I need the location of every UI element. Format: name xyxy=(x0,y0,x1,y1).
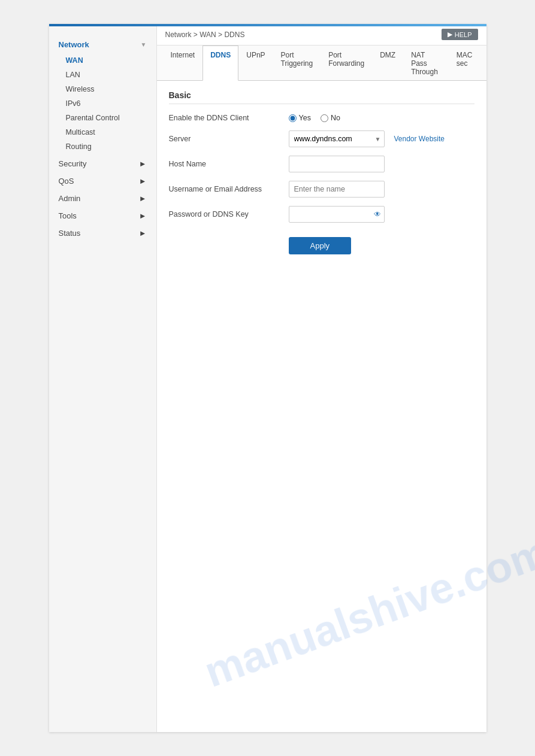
host-name-row: Host Name xyxy=(169,156,474,172)
enable-ddns-no[interactable]: No xyxy=(321,114,340,122)
enable-ddns-yes[interactable]: Yes xyxy=(289,114,311,122)
password-row: Password or DDNS Key 👁 xyxy=(169,206,474,223)
sidebar-status-label: Status xyxy=(59,229,81,238)
sidebar-network-label: Network xyxy=(59,40,89,49)
sidebar-admin-header[interactable]: Admin ► xyxy=(49,190,156,207)
apply-button[interactable]: Apply xyxy=(289,237,352,254)
sidebar-security-label: Security xyxy=(59,159,87,168)
sidebar-item-routing[interactable]: Routing xyxy=(49,139,156,154)
password-label: Password or DDNS Key xyxy=(169,210,289,218)
enable-ddns-no-label: No xyxy=(331,114,340,122)
sidebar-tools-label: Tools xyxy=(59,211,77,220)
chevron-right-icon: ► xyxy=(139,159,147,168)
help-button[interactable]: ▶ HELP xyxy=(442,29,478,40)
password-input[interactable] xyxy=(289,206,385,223)
tab-nat-pass-through[interactable]: NAT Pass Through xyxy=(403,45,449,81)
sidebar-admin-label: Admin xyxy=(59,194,81,203)
tab-bar: Internet DDNS UPnP Port Triggering Port … xyxy=(157,45,486,81)
chevron-down-icon: ▼ xyxy=(141,41,147,48)
host-name-label: Host Name xyxy=(169,160,289,168)
tab-port-triggering[interactable]: Port Triggering xyxy=(273,45,321,81)
apply-row: Apply xyxy=(169,231,474,254)
enable-ddns-yes-radio[interactable] xyxy=(289,114,297,122)
enable-ddns-label: Enable the DDNS Client xyxy=(169,114,289,122)
vendor-website-link[interactable]: Vendor Website xyxy=(394,135,445,143)
enable-ddns-control: Yes No xyxy=(289,114,474,122)
sidebar-item-parental-control[interactable]: Parental Control xyxy=(49,111,156,125)
sidebar-tools-header[interactable]: Tools ► xyxy=(49,207,156,224)
help-icon: ▶ xyxy=(448,31,452,38)
router-ui: Network ▼ WAN LAN Wireless IPv6 Parental… xyxy=(49,24,486,732)
tab-port-forwarding[interactable]: Port Forwarding xyxy=(321,45,372,81)
username-row: Username or Email Address xyxy=(169,181,474,198)
content-area: Basic Enable the DDNS Client Yes No xyxy=(157,81,486,264)
tab-mac-sec[interactable]: MAC sec xyxy=(449,45,480,81)
chevron-right-icon: ► xyxy=(139,177,147,186)
help-label: HELP xyxy=(455,31,472,38)
tab-internet[interactable]: Internet xyxy=(163,45,203,81)
server-select-wrapper: www.dyndns.com www.noip.com www.changeip… xyxy=(289,130,385,147)
server-control: www.dyndns.com www.noip.com www.changeip… xyxy=(289,130,474,147)
sidebar-security-header[interactable]: Security ► xyxy=(49,155,156,172)
sidebar: Network ▼ WAN LAN Wireless IPv6 Parental… xyxy=(49,24,157,732)
sidebar-network-subitems: WAN LAN Wireless IPv6 Parental Control M… xyxy=(49,53,156,154)
sidebar-network-header[interactable]: Network ▼ xyxy=(49,36,156,53)
enable-ddns-radio-group: Yes No xyxy=(289,114,340,122)
enable-ddns-row: Enable the DDNS Client Yes No xyxy=(169,114,474,122)
tab-upnp[interactable]: UPnP xyxy=(238,45,273,81)
basic-section-title: Basic xyxy=(169,90,474,104)
sidebar-item-ipv6[interactable]: IPv6 xyxy=(49,96,156,111)
toggle-password-button[interactable]: 👁 xyxy=(374,210,381,218)
chevron-right-icon: ► xyxy=(139,194,147,203)
sidebar-qos-label: QoS xyxy=(59,177,74,186)
chevron-right-icon: ► xyxy=(139,211,147,220)
breadcrumb: Network > WAN > DDNS xyxy=(165,31,245,39)
sidebar-item-multicast[interactable]: Multicast xyxy=(49,125,156,139)
sidebar-item-wan[interactable]: WAN xyxy=(49,53,156,68)
server-row: Server www.dyndns.com www.noip.com www.c… xyxy=(169,130,474,147)
username-label: Username or Email Address xyxy=(169,185,289,193)
sidebar-status-header[interactable]: Status ► xyxy=(49,224,156,242)
host-name-input[interactable] xyxy=(289,156,385,172)
chevron-right-icon: ► xyxy=(139,229,147,238)
breadcrumb-bar: Network > WAN > DDNS ▶ HELP xyxy=(157,24,486,45)
server-label: Server xyxy=(169,135,289,143)
password-wrapper: 👁 xyxy=(289,206,385,223)
sidebar-section-network: Network ▼ WAN LAN Wireless IPv6 Parental… xyxy=(49,36,156,154)
host-name-control xyxy=(289,156,474,172)
sidebar-qos-header[interactable]: QoS ► xyxy=(49,172,156,190)
tab-dmz[interactable]: DMZ xyxy=(372,45,403,81)
username-input[interactable] xyxy=(289,181,385,198)
sidebar-item-wireless[interactable]: Wireless xyxy=(49,82,156,96)
server-select[interactable]: www.dyndns.com www.noip.com www.changeip… xyxy=(289,130,385,147)
enable-ddns-no-radio[interactable] xyxy=(321,114,328,122)
main-content: Network > WAN > DDNS ▶ HELP Internet DDN… xyxy=(157,24,486,732)
password-control: 👁 xyxy=(289,206,474,223)
username-control xyxy=(289,181,474,198)
tab-ddns[interactable]: DDNS xyxy=(202,45,238,81)
enable-ddns-yes-label: Yes xyxy=(299,114,311,122)
sidebar-item-lan[interactable]: LAN xyxy=(49,68,156,82)
